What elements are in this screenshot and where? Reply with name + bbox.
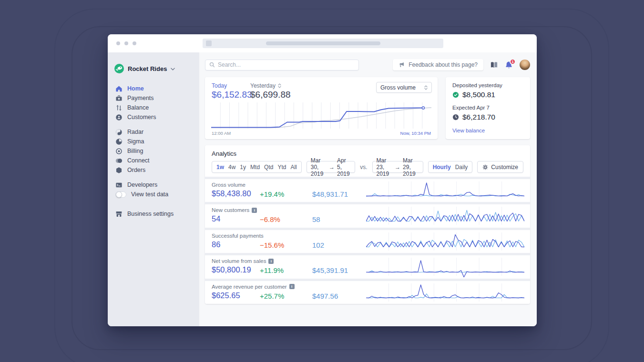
- metric-label: Net volume from sales: [212, 258, 266, 264]
- metric-previous-value: $497.56: [312, 292, 338, 300]
- sidebar: Rocket Rides Home Payments: [108, 52, 199, 326]
- window-close-button[interactable]: [116, 41, 120, 45]
- sidebar-item-sigma[interactable]: Sigma: [108, 137, 199, 146]
- feedback-label: Feedback about this page?: [409, 61, 478, 68]
- info-icon: [252, 208, 257, 213]
- vs-label: vs.: [360, 164, 367, 171]
- metric-row-average-revenue[interactable]: Average revenue per customer $625.65 +25…: [205, 281, 530, 304]
- sidebar-item-label: Connect: [127, 157, 150, 164]
- metric-row-gross-volume[interactable]: Gross volume $58,438.80 +19.4% $48,931.7…: [205, 179, 530, 202]
- metric-delta: +11.9%: [260, 266, 284, 274]
- sidebar-item-customers[interactable]: Customers: [108, 112, 199, 122]
- preset-1y[interactable]: 1y: [240, 164, 246, 171]
- sidebar-item-radar[interactable]: Radar: [108, 127, 199, 137]
- docs-book-icon: [490, 61, 498, 69]
- favicon-placeholder-icon: [206, 40, 212, 46]
- sidebar-item-label: Business settings: [127, 211, 174, 217]
- window-zoom-button[interactable]: [133, 41, 136, 45]
- arrow-right-icon: →: [395, 164, 400, 171]
- deposits-card: Deposited yesterday $8,500.81 Expected A…: [446, 77, 530, 139]
- sidebar-item-label: View test data: [131, 191, 168, 198]
- preset-ytd[interactable]: Ytd: [277, 164, 286, 171]
- metric-select[interactable]: Gross volume: [376, 82, 432, 93]
- business-settings-icon: [115, 211, 123, 218]
- primary-date-range[interactable]: Mar 30, 2019 → Apr 5, 2019: [307, 161, 355, 173]
- sidebar-item-developers[interactable]: Developers: [108, 180, 199, 190]
- radar-icon: [115, 129, 123, 136]
- sidebar-item-billing[interactable]: Billing: [108, 146, 199, 156]
- yesterday-label[interactable]: Yesterday: [250, 82, 281, 89]
- metric-row-new-customers[interactable]: New customers 54 −6.8% 58: [205, 204, 530, 227]
- sidebar-item-business-settings[interactable]: Business settings: [108, 209, 199, 219]
- preset-qtd[interactable]: Qtd: [264, 164, 273, 171]
- metric-previous-value: $45,391.91: [312, 266, 348, 274]
- preset-4w[interactable]: 4w: [228, 164, 235, 171]
- sidebar-item-label: Radar: [127, 129, 143, 135]
- view-balance-link[interactable]: View balance: [452, 128, 485, 133]
- window-minimize-button[interactable]: [124, 41, 128, 45]
- account-switcher[interactable]: Rocket Rides: [114, 64, 199, 73]
- metric-previous-value: 58: [312, 215, 320, 223]
- main-content: Feedback about this page? 1 T: [199, 52, 537, 326]
- expected-label: Expected Apr 7: [452, 105, 490, 111]
- search-bar[interactable]: [205, 60, 359, 70]
- browser-chrome: [108, 34, 537, 52]
- sidebar-nav: Home Payments Balance Customers: [108, 84, 199, 219]
- metric-row-successful-payments[interactable]: Successful payments 86 −15.6% 102: [205, 230, 530, 253]
- metric-rows: Gross volume $58,438.80 +19.4% $48,931.7…: [205, 177, 530, 304]
- connect-icon: [115, 157, 123, 164]
- metric-label: Gross volume: [212, 182, 245, 188]
- metric-row-net-volume[interactable]: Net volume from sales $50,800.19 +11.9% …: [205, 255, 530, 278]
- date-preset-group: 1w 4w 1y Mtd Qtd Ytd All: [212, 161, 302, 173]
- feedback-button[interactable]: Feedback about this page?: [393, 59, 483, 70]
- balance-icon: [115, 104, 123, 111]
- arrow-right-icon: →: [329, 164, 335, 171]
- today-label: Today: [212, 82, 227, 89]
- desktop-background: Rocket Rides Home Payments: [0, 0, 644, 362]
- analytics-controls: 1w 4w 1y Mtd Qtd Ytd All Mar 30, 2019 → …: [212, 161, 523, 173]
- sidebar-item-home[interactable]: Home: [108, 84, 199, 93]
- sidebar-item-orders[interactable]: Orders: [108, 165, 199, 175]
- topbar: Feedback about this page? 1: [205, 59, 530, 70]
- rocket-rides-logo-icon: [114, 64, 124, 73]
- deposited-value-row: $8,500.81: [452, 90, 495, 99]
- granularity-hourly[interactable]: Hourly: [433, 164, 451, 171]
- metric-current-value: 86: [212, 240, 220, 249]
- today-value: $6,152.83: [212, 90, 252, 100]
- customize-button[interactable]: Customize: [477, 161, 523, 173]
- home-icon: [115, 85, 123, 92]
- customers-icon: [115, 114, 123, 121]
- sidebar-item-balance[interactable]: Balance: [108, 103, 199, 112]
- metric-sparkline: [366, 231, 524, 252]
- sidebar-item-connect[interactable]: Connect: [108, 156, 199, 165]
- search-input[interactable]: [218, 61, 358, 68]
- metric-delta: −6.8%: [260, 215, 280, 223]
- docs-button[interactable]: [490, 61, 498, 69]
- analytics-card: Analytics 1w 4w 1y Mtd Qtd Ytd All Mar: [205, 145, 530, 304]
- sidebar-item-label: Sigma: [127, 138, 144, 145]
- overview-axis: 12:00 AM Now, 10:34 PM: [212, 131, 431, 136]
- metric-delta: +25.7%: [260, 292, 284, 300]
- window-controls: [116, 41, 136, 45]
- user-avatar[interactable]: [520, 60, 530, 70]
- notifications-button[interactable]: 1: [505, 61, 513, 69]
- preset-mtd[interactable]: Mtd: [250, 164, 260, 171]
- metric-label: Average revenue per customer: [212, 284, 287, 290]
- preset-1w[interactable]: 1w: [216, 164, 224, 171]
- yesterday-label-text: Yesterday: [250, 82, 276, 89]
- granularity-daily[interactable]: Daily: [455, 164, 468, 171]
- metric-delta: +19.4%: [260, 190, 284, 198]
- orders-icon: [115, 167, 123, 174]
- sidebar-item-label: Payments: [127, 95, 154, 101]
- preset-all[interactable]: All: [290, 164, 296, 171]
- chevron-down-icon: [171, 68, 175, 70]
- address-bar[interactable]: [203, 39, 443, 48]
- sidebar-item-payments[interactable]: Payments: [108, 93, 199, 103]
- test-mode-toggle[interactable]: [115, 191, 126, 198]
- sidebar-item-view-test-data[interactable]: View test data: [108, 190, 199, 199]
- granularity-group: Hourly Daily: [428, 161, 473, 173]
- comparison-date-range[interactable]: Mar 23, 2019 → Mar 29, 2019: [372, 161, 423, 173]
- sidebar-item-label: Home: [127, 85, 144, 92]
- range-start: Mar 23, 2019: [377, 157, 393, 177]
- customize-label: Customize: [491, 164, 518, 171]
